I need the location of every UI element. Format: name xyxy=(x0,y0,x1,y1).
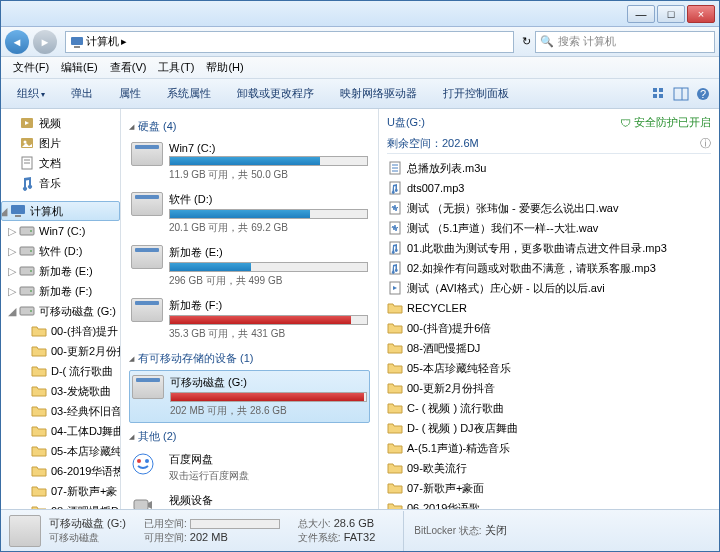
sidebar-folder[interactable]: 03-发烧歌曲 xyxy=(1,381,120,401)
group-hdd[interactable]: 硬盘 (4) xyxy=(129,115,370,138)
other-item[interactable]: 百度网盘双击运行百度网盘 xyxy=(129,448,370,487)
sidebar-folder[interactable]: 03-经典怀旧音 xyxy=(1,401,120,421)
sidebar-lib-music[interactable]: 音乐 xyxy=(1,173,120,193)
dir-icon xyxy=(387,440,403,456)
drive-icon xyxy=(131,245,163,269)
refresh-icon[interactable]: ↻ xyxy=(522,35,531,48)
breadcrumb-computer[interactable]: 计算机 xyxy=(86,34,119,49)
file-item[interactable]: C- ( 视频 ) 流行歌曲 xyxy=(387,398,711,418)
file-item[interactable]: 总播放列表.m3u xyxy=(387,158,711,178)
drive-item[interactable]: 新加卷 (E:)296 GB 可用，共 499 GB xyxy=(129,241,370,292)
file-name: 测试 （5.1声道）我们不一样--大壮.wav xyxy=(407,221,598,236)
sidebar-folder[interactable]: 07-新歌声+豪 xyxy=(1,481,120,501)
doc-icon xyxy=(19,155,35,171)
sidebar-folder[interactable]: 04-工体DJ舞曲 xyxy=(1,421,120,441)
file-item[interactable]: 02.如操作有问题或对歌曲不满意，请联系客服.mp3 xyxy=(387,258,711,278)
drive-stats: 296 GB 可用，共 499 GB xyxy=(169,274,368,288)
search-icon: 🔍 xyxy=(540,35,554,48)
breadcrumb[interactable]: 计算机 ▸ xyxy=(65,31,514,53)
group-other[interactable]: 其他 (2) xyxy=(129,425,370,448)
sidebar-folder[interactable]: 05-本店珍藏纯 xyxy=(1,441,120,461)
expand-icon[interactable]: ▷ xyxy=(7,245,17,258)
sidebar-computer[interactable]: ◢计算机 xyxy=(1,201,120,221)
menu-view[interactable]: 查看(V) xyxy=(104,58,153,77)
sidebar-drive[interactable]: ▷新加卷 (F:) xyxy=(1,281,120,301)
menu-help[interactable]: 帮助(H) xyxy=(200,58,249,77)
minimize-button[interactable]: — xyxy=(627,5,655,23)
svg-rect-38 xyxy=(390,182,400,194)
wav-icon xyxy=(387,200,403,216)
sidebar-folder[interactable]: D-( 流行歌曲 xyxy=(1,361,120,381)
nav-back-button[interactable]: ◄ xyxy=(5,30,29,54)
sidebar-drive[interactable]: ▷Win7 (C:) xyxy=(1,221,120,241)
drive-name: 可移动磁盘 (G:) xyxy=(170,375,367,390)
file-item[interactable]: 测试（AVI格式）庄心妍 - 以后的以后.avi xyxy=(387,278,711,298)
sidebar-folder[interactable]: 08-酒吧慢摇DJ xyxy=(1,501,120,509)
expand-icon[interactable]: ▷ xyxy=(7,265,17,278)
sidebar-lib-doc[interactable]: 文档 xyxy=(1,153,120,173)
help-icon[interactable]: ? xyxy=(695,86,711,102)
file-item[interactable]: 测试 （5.1声道）我们不一样--大壮.wav xyxy=(387,218,711,238)
drive-icon xyxy=(19,283,35,299)
file-name: A-(5.1声道)-精选音乐 xyxy=(407,441,510,456)
nav-forward-button[interactable]: ► xyxy=(33,30,57,54)
file-item[interactable]: 08-酒吧慢摇DJ xyxy=(387,338,711,358)
drive-item[interactable]: Win7 (C:)11.9 GB 可用，共 50.0 GB xyxy=(129,138,370,186)
other-item[interactable]: 视频设备 xyxy=(129,489,370,509)
sidebar-folder[interactable]: 06-2019华语热 xyxy=(1,461,120,481)
file-item[interactable]: D- ( 视频 ) DJ夜店舞曲 xyxy=(387,418,711,438)
menu-tools[interactable]: 工具(T) xyxy=(152,58,200,77)
control-panel-button[interactable]: 打开控制面板 xyxy=(435,82,517,105)
svg-rect-4 xyxy=(653,94,657,98)
file-item[interactable]: dts007.mp3 xyxy=(387,178,711,198)
close-button[interactable]: × xyxy=(687,5,715,23)
preview-pane-icon[interactable] xyxy=(673,86,689,102)
properties-button[interactable]: 属性 xyxy=(111,82,149,105)
file-item[interactable]: 07-新歌声+豪面 xyxy=(387,478,711,498)
search-input[interactable]: 🔍 搜索 计算机 xyxy=(535,31,715,53)
expand-icon[interactable]: ◢ xyxy=(7,305,17,318)
svg-point-29 xyxy=(133,454,153,474)
uninstall-button[interactable]: 卸载或更改程序 xyxy=(229,82,322,105)
expand-icon[interactable]: ◢ xyxy=(1,205,8,218)
menu-file[interactable]: 文件(F) xyxy=(7,58,55,77)
file-item[interactable]: A-(5.1声道)-精选音乐 xyxy=(387,438,711,458)
sidebar-folder[interactable]: 00-(抖音)提升 xyxy=(1,321,120,341)
item-name: 视频设备 xyxy=(169,493,368,508)
item-sub: 双击运行百度网盘 xyxy=(169,469,368,483)
file-name: D- ( 视频 ) DJ夜店舞曲 xyxy=(407,421,518,436)
organize-button[interactable]: 组织 xyxy=(9,82,53,105)
maximize-button[interactable]: □ xyxy=(657,5,685,23)
file-item[interactable]: RECYCLER xyxy=(387,298,711,318)
sidebar-drive[interactable]: ▷新加卷 (E:) xyxy=(1,261,120,281)
svg-point-22 xyxy=(30,250,32,252)
sidebar-lib-video[interactable]: 视频 xyxy=(1,113,120,133)
sidebar-lib-pic[interactable]: 图片 xyxy=(1,133,120,153)
file-item[interactable]: 09-欧美流行 xyxy=(387,458,711,478)
group-removable[interactable]: 有可移动存储的设备 (1) xyxy=(129,347,370,370)
system-properties-button[interactable]: 系统属性 xyxy=(159,82,219,105)
map-network-button[interactable]: 映射网络驱动器 xyxy=(332,82,425,105)
sidebar-removable[interactable]: ◢可移动磁盘 (G:) xyxy=(1,301,120,321)
file-item[interactable]: 测试 （无损）张玮伽 - 爱要怎么说出口.wav xyxy=(387,198,711,218)
sidebar-folder[interactable]: 00-更新2月份抖 xyxy=(1,341,120,361)
file-item[interactable]: 05-本店珍藏纯轻音乐 xyxy=(387,358,711,378)
drive-item[interactable]: 新加卷 (F:)35.3 GB 可用，共 431 GB xyxy=(129,294,370,345)
drive-item-removable[interactable]: 可移动磁盘 (G:)202 MB 可用，共 28.6 GB xyxy=(129,370,370,423)
sidebar-drive[interactable]: ▷软件 (D:) xyxy=(1,241,120,261)
file-item[interactable]: 00-(抖音)提升6倍 xyxy=(387,318,711,338)
expand-icon[interactable]: ▷ xyxy=(7,285,17,298)
info-icon[interactable]: ⓘ xyxy=(700,136,711,151)
view-options-icon[interactable] xyxy=(651,86,667,102)
usage-bar xyxy=(170,392,367,402)
svg-rect-32 xyxy=(134,500,148,509)
expand-icon[interactable]: ▷ xyxy=(7,225,17,238)
eject-button[interactable]: 弹出 xyxy=(63,82,101,105)
file-item[interactable]: 06-2019华语歌 xyxy=(387,498,711,509)
file-item[interactable]: 01.此歌曲为测试专用，更多歌曲请点进文件目录.mp3 xyxy=(387,238,711,258)
file-item[interactable]: 00-更新2月份抖音 xyxy=(387,378,711,398)
menu-edit[interactable]: 编辑(E) xyxy=(55,58,104,77)
sidebar-item-label: 00-(抖音)提升 xyxy=(51,324,118,339)
drive-item[interactable]: 软件 (D:)20.1 GB 可用，共 69.2 GB xyxy=(129,188,370,239)
pic-icon xyxy=(19,135,35,151)
